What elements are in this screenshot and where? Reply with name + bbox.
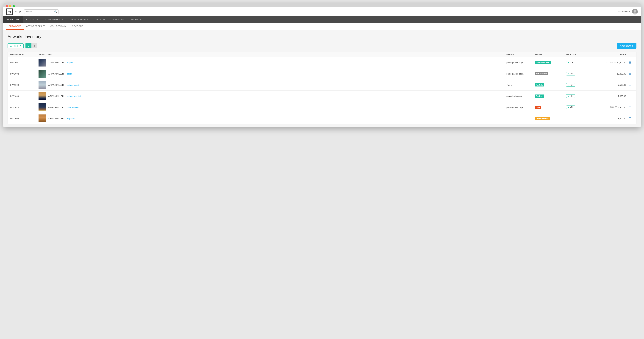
artwork-title-link[interactable]: fractal: [67, 73, 72, 75]
grid-view-button[interactable]: ▦: [32, 43, 38, 48]
artist-name: ARIANA MILLER,: [48, 95, 65, 97]
cell-medium: photographic pape...: [506, 73, 535, 75]
cell-price: 19,800.00: [594, 73, 626, 75]
maximize-button[interactable]: [12, 5, 15, 7]
nav-item-reports[interactable]: REPORTS: [127, 16, 145, 23]
cell-status: Details Pending: [535, 117, 566, 120]
table-row: INV-1010 ARIANA MILLER, other's home pho…: [8, 102, 636, 113]
price-current: 7,500.00: [618, 84, 626, 86]
page-title: Artworks Inventory: [8, 34, 636, 39]
add-artwork-button[interactable]: + Add artwork: [617, 43, 636, 48]
artwork-thumbnail[interactable]: [38, 70, 46, 78]
close-button[interactable]: [6, 5, 8, 7]
search-input[interactable]: [26, 10, 53, 13]
nav-item-contacts[interactable]: CONTACTS: [23, 16, 42, 23]
artwork-thumbnail[interactable]: [38, 59, 46, 66]
gear-icon[interactable]: ⚙: [15, 10, 17, 13]
tab-collections[interactable]: COLLECTIONS: [48, 23, 68, 30]
pin-icon: ●: [568, 73, 569, 75]
nav-item-invoices[interactable]: INVOICES: [92, 16, 109, 23]
pin-icon: ●: [568, 95, 569, 97]
artwork-title-link[interactable]: angles: [67, 62, 73, 64]
cell-menu: ☰: [626, 83, 634, 87]
cell-price: 8,800.00: [594, 117, 626, 120]
price-current: 4,400.00: [618, 106, 626, 108]
cell-status: For Rent: [535, 94, 566, 98]
artist-name: ARIANA MILLER,: [48, 62, 65, 64]
user-name: Ariana Miller: [618, 10, 630, 13]
search-icon[interactable]: 🔍: [54, 10, 57, 13]
tab-locations[interactable]: LOCATIONS: [68, 23, 86, 30]
cell-location: ● JOH: [566, 94, 594, 98]
col-artist-title: ARTIST, TITLE: [38, 54, 506, 55]
row-menu-icon[interactable]: ☰: [628, 106, 631, 109]
list-icon: ☰: [28, 44, 30, 47]
row-menu-icon[interactable]: ☰: [628, 83, 631, 87]
sub-nav: ARTWORKS ARTIST PROFILES COLLECTIONS LOC…: [3, 23, 641, 30]
content-area: Artworks Inventory ☰ Filters ▼ ☰ ▦ + Add…: [3, 30, 641, 127]
cell-artist-title: ARIANA MILLER, fractal: [38, 70, 506, 78]
col-price: PRICE: [594, 54, 626, 55]
minimize-button[interactable]: [9, 5, 11, 7]
artwork-table: INVENTORY ID ARTIST, TITLE MEDIUM STATUS…: [8, 52, 636, 124]
price-original: 5,600.00: [610, 106, 617, 108]
artist-name: ARIANA MILLER,: [48, 106, 65, 108]
tab-artist-profiles[interactable]: ARTIST PROFILES: [24, 23, 48, 30]
cell-location: ● JOH: [566, 61, 594, 64]
window-chrome: [3, 3, 641, 7]
avatar[interactable]: [632, 9, 638, 14]
grid-icon: ▦: [34, 44, 36, 47]
cell-artist-title: ARIANA MILLER, natural beauty 2: [38, 92, 506, 100]
cell-id: INV-1001: [10, 62, 38, 64]
cell-menu: ☰: [626, 106, 634, 109]
nav-item-consignments[interactable]: CONSIGNMENTS: [42, 16, 66, 23]
price-current: 7,800.00: [618, 95, 626, 97]
filters-button[interactable]: ☰ Filters ▼: [8, 44, 24, 48]
artwork-title-link[interactable]: natural beauty: [67, 84, 80, 86]
cell-id: INV-1005: [10, 117, 38, 120]
message-icon[interactable]: ▣: [19, 10, 22, 13]
col-medium: MEDIUM: [506, 54, 535, 55]
cell-menu: ☰: [626, 94, 634, 98]
cell-id: INV-1002: [10, 73, 38, 75]
cell-artist-title: ARIANA MILLER, angles: [38, 59, 506, 66]
search-bar[interactable]: 🔍: [24, 10, 59, 14]
table-row: INV-1002 ARIANA MILLER, fractal photogra…: [8, 68, 636, 80]
artwork-thumbnail[interactable]: [38, 81, 46, 89]
cell-medium: coated - photogra...: [506, 95, 535, 97]
nav-item-private-rooms[interactable]: PRIVATE ROOMS: [66, 16, 92, 23]
table-row: INV-1005 ARIANA MILLER, Separate Details…: [8, 113, 636, 124]
nav-item-inventory[interactable]: INVENTORY: [3, 16, 23, 23]
chevron-down-icon: ▼: [19, 45, 21, 47]
artwork-thumbnail[interactable]: [38, 92, 46, 100]
cell-medium: Fabric: [506, 84, 535, 86]
artwork-title-link[interactable]: natural beauty 2: [67, 95, 81, 97]
row-menu-icon[interactable]: ☰: [628, 61, 631, 64]
artwork-thumbnail[interactable]: [38, 103, 46, 111]
cell-id: INV-1010: [10, 106, 38, 108]
cell-location: ● MEL: [566, 72, 594, 76]
row-menu-icon[interactable]: ☰: [628, 94, 631, 98]
status-badge: Details Pending: [535, 117, 550, 120]
topbar: ag ⚙ ▣ 🔍 Ariana Miller: [3, 7, 641, 16]
cell-menu: ☰: [626, 61, 634, 64]
location-badge: ● MEL: [566, 106, 575, 109]
table-row: INV-1008 ARIANA MILLER, natural beauty F…: [8, 80, 636, 90]
artwork-title-link[interactable]: other's home: [67, 106, 78, 108]
toolbar: ☰ Filters ▼ ☰ ▦ + Add artwork: [8, 43, 636, 48]
artwork-thumbnail[interactable]: [38, 114, 46, 122]
filters-label: Filters: [13, 45, 18, 47]
location-badge: ● JOH: [566, 94, 575, 98]
list-view-button[interactable]: ☰: [26, 43, 32, 48]
row-menu-icon[interactable]: ☰: [628, 72, 631, 76]
cell-artist-title: ARIANA MILLER, Separate: [38, 114, 506, 122]
nav-item-websites[interactable]: WEBSITES: [109, 16, 127, 23]
status-badge: Sold: [535, 106, 541, 109]
row-menu-icon[interactable]: ☰: [628, 117, 631, 120]
cell-menu: ☰: [626, 117, 634, 120]
artwork-title-link[interactable]: Separate: [67, 117, 75, 120]
col-location: LOCATION: [566, 54, 594, 55]
pin-icon: ●: [568, 84, 569, 86]
tab-artworks[interactable]: ARTWORKS: [6, 23, 24, 30]
col-actions: [626, 54, 634, 55]
